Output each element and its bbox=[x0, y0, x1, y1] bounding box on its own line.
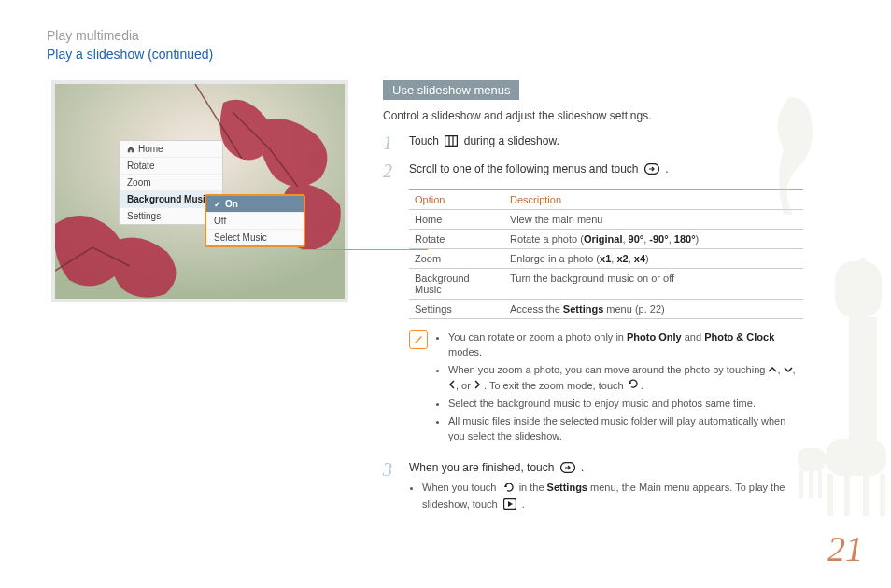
note-icon bbox=[409, 330, 428, 349]
bgmusic-submenu-callout: ✓On Off Select Music bbox=[205, 194, 305, 247]
callout-leader-line bbox=[302, 247, 428, 250]
svg-rect-0 bbox=[835, 261, 882, 317]
back-icon bbox=[502, 482, 514, 497]
svg-rect-2 bbox=[826, 439, 886, 476]
svg-rect-11 bbox=[818, 470, 822, 498]
table-row: Rotate Rotate a photo (Original, 90°, -9… bbox=[409, 230, 803, 249]
svg-rect-8 bbox=[798, 448, 826, 471]
col-description: Description bbox=[504, 190, 803, 210]
svg-rect-9 bbox=[799, 470, 803, 498]
note-text: You can rotate or zoom a photo only in P… bbox=[435, 330, 803, 447]
submenu-item-on: ✓On bbox=[206, 196, 304, 213]
page-number: 21 bbox=[827, 528, 863, 569]
decorative-giraffe-bg bbox=[770, 93, 891, 523]
enter-icon bbox=[644, 163, 659, 179]
step-number-2: 2 bbox=[383, 161, 400, 180]
step-3-text: When you are finished, touch . When you … bbox=[409, 460, 803, 515]
svg-rect-6 bbox=[880, 474, 885, 516]
breadcrumb-section: Play multimedia bbox=[47, 28, 891, 43]
svg-rect-13 bbox=[446, 136, 458, 147]
table-row: Settings Access the Settings menu (p. 22… bbox=[409, 300, 803, 319]
options-table: Option Description Home View the main me… bbox=[409, 189, 803, 319]
example-screenshot: Home Rotate Zoom Background Music Settin… bbox=[51, 80, 348, 302]
breadcrumb-page: Play a slideshow (continued) bbox=[47, 47, 891, 62]
col-option: Option bbox=[409, 190, 504, 210]
submenu-item-select-music: Select Music bbox=[206, 230, 304, 245]
play-icon bbox=[503, 498, 516, 514]
enter-icon bbox=[560, 462, 575, 478]
table-row: Background Music Turn the background mus… bbox=[409, 269, 803, 300]
right-icon bbox=[474, 380, 481, 391]
submenu-item-off: Off bbox=[206, 213, 304, 230]
svg-rect-1 bbox=[849, 317, 877, 448]
svg-rect-4 bbox=[844, 474, 850, 516]
svg-rect-10 bbox=[809, 470, 813, 498]
back-icon bbox=[627, 380, 638, 391]
svg-rect-3 bbox=[827, 474, 833, 516]
step-number-1: 1 bbox=[383, 133, 400, 152]
menu-item-home: Home bbox=[120, 141, 222, 158]
left-icon bbox=[448, 380, 456, 391]
step-1-text: Touch during a slideshow. bbox=[409, 133, 803, 152]
menu-item-rotate: Rotate bbox=[120, 158, 222, 175]
table-row: Zoom Enlarge in a photo (x1, x2, x4) bbox=[409, 249, 803, 269]
menu-item-zoom: Zoom bbox=[120, 175, 222, 191]
svg-rect-5 bbox=[863, 474, 869, 516]
intro-text: Control a slideshow and adjust the slide… bbox=[383, 109, 803, 122]
menu-icon bbox=[445, 135, 458, 151]
svg-point-7 bbox=[859, 258, 867, 265]
table-row: Home View the main menu bbox=[409, 210, 803, 230]
step-number-3: 3 bbox=[383, 460, 400, 515]
step-2-text: Scroll to one of the following menus and… bbox=[409, 161, 803, 180]
section-heading: Use slideshow menus bbox=[383, 80, 519, 100]
